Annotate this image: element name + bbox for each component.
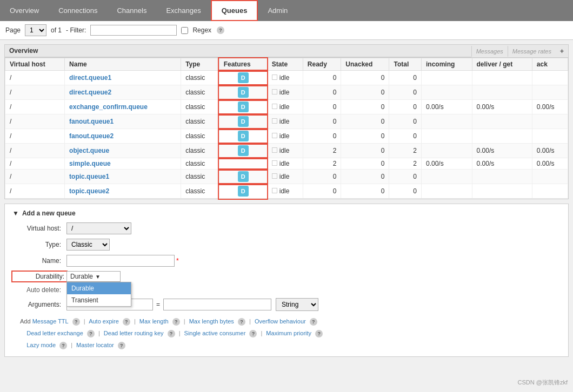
cell-state: idle xyxy=(267,129,303,144)
nav-channels[interactable]: Channels xyxy=(107,1,156,20)
lazy-mode-help[interactable]: ? xyxy=(59,342,67,349)
col-ready: Ready xyxy=(303,58,341,71)
cell-name[interactable]: object.queue xyxy=(65,144,181,158)
table-row[interactable]: / fanout.queue1 classic D idle 0 0 0 xyxy=(5,114,568,129)
add-message-ttl[interactable]: Message TTL xyxy=(32,318,69,325)
name-required-star: * xyxy=(176,257,179,265)
nav-exchanges[interactable]: Exchanges xyxy=(156,1,210,20)
queue-name-link[interactable]: fanout.queue1 xyxy=(69,118,114,125)
filter-help-icon[interactable]: ? xyxy=(217,26,224,34)
add-max-length-bytes[interactable]: Max length bytes xyxy=(189,318,234,325)
arg-type-select[interactable]: String Number Boolean xyxy=(276,298,318,311)
durability-select-display[interactable]: Durable ▼ xyxy=(66,271,121,282)
col-features: Features xyxy=(219,58,267,71)
filter-input[interactable] xyxy=(90,25,177,36)
table-row[interactable]: / fanout.queue2 classic D idle 0 0 0 xyxy=(5,129,568,144)
name-input[interactable] xyxy=(66,255,175,267)
queue-name-link[interactable]: topic.queue1 xyxy=(69,173,109,180)
vhost-label: Virtual host: xyxy=(12,225,66,232)
add-dead-letter-exchange[interactable]: Dead letter exchange xyxy=(26,330,83,336)
table-row[interactable]: / direct.queue1 classic D idle 0 0 0 xyxy=(5,71,568,85)
regex-checkbox[interactable] xyxy=(181,27,188,34)
cell-type: classic xyxy=(181,71,219,85)
table-row[interactable]: / object.queue classic D idle 2 0 2 0.00… xyxy=(5,144,568,158)
sep5: | xyxy=(98,330,100,336)
cell-features: D xyxy=(219,144,267,158)
cell-deliver-get xyxy=(472,114,532,129)
add-max-length[interactable]: Max length xyxy=(139,318,169,325)
add-col-button[interactable]: + xyxy=(560,48,564,55)
cell-state: idle xyxy=(267,71,303,85)
durability-option-transient[interactable]: Transient xyxy=(67,294,131,306)
state-icon xyxy=(272,118,277,124)
durability-dropdown: Durable Transient xyxy=(66,282,131,307)
add-lazy-mode[interactable]: Lazy mode xyxy=(26,342,56,348)
queue-name-link[interactable]: simple.queue xyxy=(69,160,111,167)
col-state: State xyxy=(267,58,303,71)
nav-connections[interactable]: Connections xyxy=(49,1,107,20)
add-auto-expire[interactable]: Auto expire xyxy=(89,318,119,325)
sep6: | xyxy=(179,330,181,336)
add-single-active-consumer[interactable]: Single active consumer xyxy=(184,330,246,336)
table-row[interactable]: / topic.queue1 classic D idle 0 0 0 xyxy=(5,170,568,184)
cell-unacked: 0 xyxy=(341,100,389,114)
nav-admin[interactable]: Admin xyxy=(258,1,297,20)
table-row[interactable]: / simple.queue classic idle 2 0 2 0.00/s… xyxy=(5,158,568,170)
cell-name[interactable]: fanout.queue1 xyxy=(65,114,181,129)
col-name: Name xyxy=(65,58,181,71)
queue-name-link[interactable]: fanout.queue2 xyxy=(69,132,114,140)
single-active-consumer-help[interactable]: ? xyxy=(249,330,257,337)
queue-name-link[interactable]: direct.queue1 xyxy=(69,74,111,82)
overflow-behaviour-help[interactable]: ? xyxy=(310,318,317,326)
add-maximum-priority[interactable]: Maximum priority xyxy=(266,330,311,336)
arg-equals: = xyxy=(156,301,160,308)
type-label: Type: xyxy=(12,241,66,248)
state-icon xyxy=(272,133,277,138)
auto-expire-help[interactable]: ? xyxy=(123,318,130,326)
cell-deliver-get xyxy=(472,71,532,85)
col-incoming: incoming xyxy=(422,58,472,71)
cell-features: D xyxy=(219,129,267,144)
maximum-priority-help[interactable]: ? xyxy=(315,330,323,337)
queue-name-link[interactable]: topic.queue2 xyxy=(69,187,109,195)
queue-name-link[interactable]: object.queue xyxy=(69,147,109,154)
dead-letter-exchange-help[interactable]: ? xyxy=(87,330,95,337)
cell-name[interactable]: simple.queue xyxy=(65,158,181,170)
type-select[interactable]: Classic Quorum xyxy=(66,239,110,251)
nav-queues[interactable]: Queues xyxy=(211,0,258,21)
cell-vhost: / xyxy=(5,114,65,129)
max-length-bytes-help[interactable]: ? xyxy=(238,318,245,326)
cell-deliver-get: 0.00/s xyxy=(472,144,532,158)
cell-unacked: 0 xyxy=(341,71,389,85)
durability-wrapper: Durable ▼ Durable Transient xyxy=(66,271,121,282)
cell-type: classic xyxy=(181,184,219,199)
table-row[interactable]: / exchange_confirm.queue classic D idle … xyxy=(5,100,568,114)
table-row[interactable]: / topic.queue2 classic D idle 0 0 0 xyxy=(5,184,568,199)
message-ttl-help[interactable]: ? xyxy=(72,318,80,326)
cell-name[interactable]: direct.queue1 xyxy=(65,71,181,85)
add-queue-title[interactable]: ▼ Add a new queue xyxy=(12,209,561,217)
page-select[interactable]: 1 xyxy=(25,24,46,36)
arg-value-input[interactable] xyxy=(163,299,271,310)
sep1: | xyxy=(84,318,85,325)
nav-overview[interactable]: Overview xyxy=(0,1,49,20)
cell-name[interactable]: topic.queue1 xyxy=(65,170,181,184)
queue-name-link[interactable]: direct.queue2 xyxy=(69,89,111,96)
max-length-help[interactable]: ? xyxy=(172,318,180,326)
add-overflow-behaviour[interactable]: Overflow behaviour xyxy=(255,318,306,325)
master-locator-help[interactable]: ? xyxy=(118,342,125,349)
durability-option-durable[interactable]: Durable xyxy=(67,282,131,294)
cell-name[interactable]: direct.queue2 xyxy=(65,85,181,100)
cell-name[interactable]: topic.queue2 xyxy=(65,184,181,199)
vhost-select[interactable]: / xyxy=(66,222,131,234)
name-row: Name: * xyxy=(12,255,561,267)
col-unacked: Unacked xyxy=(341,58,389,71)
cell-unacked: 0 xyxy=(341,170,389,184)
cell-name[interactable]: fanout.queue2 xyxy=(65,129,181,144)
queue-name-link[interactable]: exchange_confirm.queue xyxy=(69,103,148,111)
cell-name[interactable]: exchange_confirm.queue xyxy=(65,100,181,114)
add-master-locator[interactable]: Master locator xyxy=(76,342,114,348)
table-row[interactable]: / direct.queue2 classic D idle 0 0 0 xyxy=(5,85,568,100)
dead-letter-routing-key-help[interactable]: ? xyxy=(168,330,175,337)
add-dead-letter-routing-key[interactable]: Dead letter routing key xyxy=(104,330,164,336)
